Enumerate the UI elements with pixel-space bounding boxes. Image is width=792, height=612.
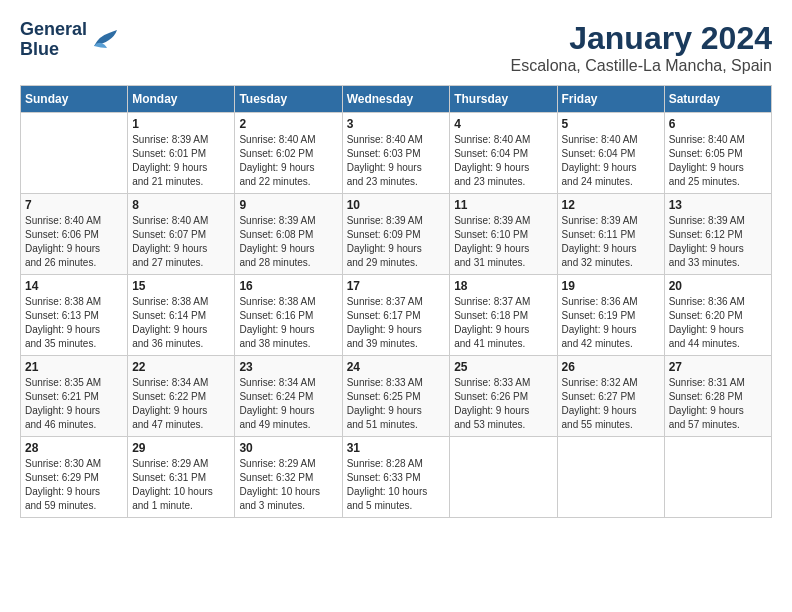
calendar-cell: 20Sunrise: 8:36 AM Sunset: 6:20 PM Dayli… <box>664 275 771 356</box>
day-number: 8 <box>132 198 230 212</box>
calendar-cell: 13Sunrise: 8:39 AM Sunset: 6:12 PM Dayli… <box>664 194 771 275</box>
day-number: 26 <box>562 360 660 374</box>
col-header-thursday: Thursday <box>450 86 557 113</box>
day-number: 7 <box>25 198 123 212</box>
logo-bird-icon <box>89 28 119 52</box>
day-info: Sunrise: 8:34 AM Sunset: 6:22 PM Dayligh… <box>132 376 230 432</box>
col-header-wednesday: Wednesday <box>342 86 450 113</box>
day-number: 11 <box>454 198 552 212</box>
calendar-cell: 10Sunrise: 8:39 AM Sunset: 6:09 PM Dayli… <box>342 194 450 275</box>
calendar-cell: 28Sunrise: 8:30 AM Sunset: 6:29 PM Dayli… <box>21 437 128 518</box>
calendar-cell: 22Sunrise: 8:34 AM Sunset: 6:22 PM Dayli… <box>128 356 235 437</box>
calendar-cell: 15Sunrise: 8:38 AM Sunset: 6:14 PM Dayli… <box>128 275 235 356</box>
calendar-cell: 26Sunrise: 8:32 AM Sunset: 6:27 PM Dayli… <box>557 356 664 437</box>
day-info: Sunrise: 8:40 AM Sunset: 6:06 PM Dayligh… <box>25 214 123 270</box>
day-number: 5 <box>562 117 660 131</box>
col-header-sunday: Sunday <box>21 86 128 113</box>
day-number: 10 <box>347 198 446 212</box>
day-info: Sunrise: 8:34 AM Sunset: 6:24 PM Dayligh… <box>239 376 337 432</box>
day-info: Sunrise: 8:28 AM Sunset: 6:33 PM Dayligh… <box>347 457 446 513</box>
col-header-friday: Friday <box>557 86 664 113</box>
day-info: Sunrise: 8:39 AM Sunset: 6:01 PM Dayligh… <box>132 133 230 189</box>
day-number: 20 <box>669 279 767 293</box>
calendar-cell: 27Sunrise: 8:31 AM Sunset: 6:28 PM Dayli… <box>664 356 771 437</box>
calendar-cell: 19Sunrise: 8:36 AM Sunset: 6:19 PM Dayli… <box>557 275 664 356</box>
day-number: 16 <box>239 279 337 293</box>
day-info: Sunrise: 8:38 AM Sunset: 6:14 PM Dayligh… <box>132 295 230 351</box>
calendar-cell <box>21 113 128 194</box>
day-number: 15 <box>132 279 230 293</box>
calendar-cell: 30Sunrise: 8:29 AM Sunset: 6:32 PM Dayli… <box>235 437 342 518</box>
day-number: 29 <box>132 441 230 455</box>
day-info: Sunrise: 8:40 AM Sunset: 6:02 PM Dayligh… <box>239 133 337 189</box>
day-info: Sunrise: 8:36 AM Sunset: 6:20 PM Dayligh… <box>669 295 767 351</box>
day-number: 3 <box>347 117 446 131</box>
calendar-cell: 29Sunrise: 8:29 AM Sunset: 6:31 PM Dayli… <box>128 437 235 518</box>
day-number: 4 <box>454 117 552 131</box>
calendar-cell: 24Sunrise: 8:33 AM Sunset: 6:25 PM Dayli… <box>342 356 450 437</box>
day-info: Sunrise: 8:32 AM Sunset: 6:27 PM Dayligh… <box>562 376 660 432</box>
calendar-cell: 12Sunrise: 8:39 AM Sunset: 6:11 PM Dayli… <box>557 194 664 275</box>
calendar-cell: 8Sunrise: 8:40 AM Sunset: 6:07 PM Daylig… <box>128 194 235 275</box>
day-number: 28 <box>25 441 123 455</box>
day-number: 14 <box>25 279 123 293</box>
calendar-body: 1Sunrise: 8:39 AM Sunset: 6:01 PM Daylig… <box>21 113 772 518</box>
calendar-week-row: 28Sunrise: 8:30 AM Sunset: 6:29 PM Dayli… <box>21 437 772 518</box>
calendar-cell <box>450 437 557 518</box>
day-info: Sunrise: 8:31 AM Sunset: 6:28 PM Dayligh… <box>669 376 767 432</box>
day-number: 17 <box>347 279 446 293</box>
day-info: Sunrise: 8:38 AM Sunset: 6:16 PM Dayligh… <box>239 295 337 351</box>
calendar-header-row: SundayMondayTuesdayWednesdayThursdayFrid… <box>21 86 772 113</box>
day-info: Sunrise: 8:29 AM Sunset: 6:31 PM Dayligh… <box>132 457 230 513</box>
calendar-cell: 31Sunrise: 8:28 AM Sunset: 6:33 PM Dayli… <box>342 437 450 518</box>
day-info: Sunrise: 8:39 AM Sunset: 6:10 PM Dayligh… <box>454 214 552 270</box>
calendar-cell: 17Sunrise: 8:37 AM Sunset: 6:17 PM Dayli… <box>342 275 450 356</box>
calendar-cell: 3Sunrise: 8:40 AM Sunset: 6:03 PM Daylig… <box>342 113 450 194</box>
day-info: Sunrise: 8:40 AM Sunset: 6:04 PM Dayligh… <box>562 133 660 189</box>
day-number: 12 <box>562 198 660 212</box>
day-info: Sunrise: 8:39 AM Sunset: 6:11 PM Dayligh… <box>562 214 660 270</box>
day-info: Sunrise: 8:30 AM Sunset: 6:29 PM Dayligh… <box>25 457 123 513</box>
calendar-cell: 11Sunrise: 8:39 AM Sunset: 6:10 PM Dayli… <box>450 194 557 275</box>
day-number: 30 <box>239 441 337 455</box>
day-info: Sunrise: 8:35 AM Sunset: 6:21 PM Dayligh… <box>25 376 123 432</box>
calendar-cell: 6Sunrise: 8:40 AM Sunset: 6:05 PM Daylig… <box>664 113 771 194</box>
calendar-cell: 14Sunrise: 8:38 AM Sunset: 6:13 PM Dayli… <box>21 275 128 356</box>
day-info: Sunrise: 8:38 AM Sunset: 6:13 PM Dayligh… <box>25 295 123 351</box>
day-info: Sunrise: 8:40 AM Sunset: 6:04 PM Dayligh… <box>454 133 552 189</box>
calendar-cell: 16Sunrise: 8:38 AM Sunset: 6:16 PM Dayli… <box>235 275 342 356</box>
day-number: 24 <box>347 360 446 374</box>
day-info: Sunrise: 8:33 AM Sunset: 6:26 PM Dayligh… <box>454 376 552 432</box>
day-number: 31 <box>347 441 446 455</box>
day-number: 9 <box>239 198 337 212</box>
day-info: Sunrise: 8:39 AM Sunset: 6:08 PM Dayligh… <box>239 214 337 270</box>
day-info: Sunrise: 8:33 AM Sunset: 6:25 PM Dayligh… <box>347 376 446 432</box>
calendar-title: January 2024 <box>511 20 772 57</box>
calendar-cell: 4Sunrise: 8:40 AM Sunset: 6:04 PM Daylig… <box>450 113 557 194</box>
day-number: 18 <box>454 279 552 293</box>
day-number: 23 <box>239 360 337 374</box>
title-block: January 2024 Escalona, Castille-La Manch… <box>511 20 772 75</box>
calendar-cell: 7Sunrise: 8:40 AM Sunset: 6:06 PM Daylig… <box>21 194 128 275</box>
col-header-tuesday: Tuesday <box>235 86 342 113</box>
calendar-cell <box>557 437 664 518</box>
day-number: 13 <box>669 198 767 212</box>
day-number: 19 <box>562 279 660 293</box>
day-info: Sunrise: 8:37 AM Sunset: 6:17 PM Dayligh… <box>347 295 446 351</box>
calendar-week-row: 1Sunrise: 8:39 AM Sunset: 6:01 PM Daylig… <box>21 113 772 194</box>
day-info: Sunrise: 8:40 AM Sunset: 6:05 PM Dayligh… <box>669 133 767 189</box>
col-header-saturday: Saturday <box>664 86 771 113</box>
calendar-cell: 5Sunrise: 8:40 AM Sunset: 6:04 PM Daylig… <box>557 113 664 194</box>
day-info: Sunrise: 8:37 AM Sunset: 6:18 PM Dayligh… <box>454 295 552 351</box>
calendar-cell: 21Sunrise: 8:35 AM Sunset: 6:21 PM Dayli… <box>21 356 128 437</box>
calendar-cell: 9Sunrise: 8:39 AM Sunset: 6:08 PM Daylig… <box>235 194 342 275</box>
day-number: 1 <box>132 117 230 131</box>
calendar-week-row: 21Sunrise: 8:35 AM Sunset: 6:21 PM Dayli… <box>21 356 772 437</box>
calendar-cell: 1Sunrise: 8:39 AM Sunset: 6:01 PM Daylig… <box>128 113 235 194</box>
day-info: Sunrise: 8:39 AM Sunset: 6:12 PM Dayligh… <box>669 214 767 270</box>
day-info: Sunrise: 8:40 AM Sunset: 6:07 PM Dayligh… <box>132 214 230 270</box>
day-number: 22 <box>132 360 230 374</box>
day-number: 2 <box>239 117 337 131</box>
logo-text: GeneralBlue <box>20 20 87 60</box>
calendar-cell: 18Sunrise: 8:37 AM Sunset: 6:18 PM Dayli… <box>450 275 557 356</box>
